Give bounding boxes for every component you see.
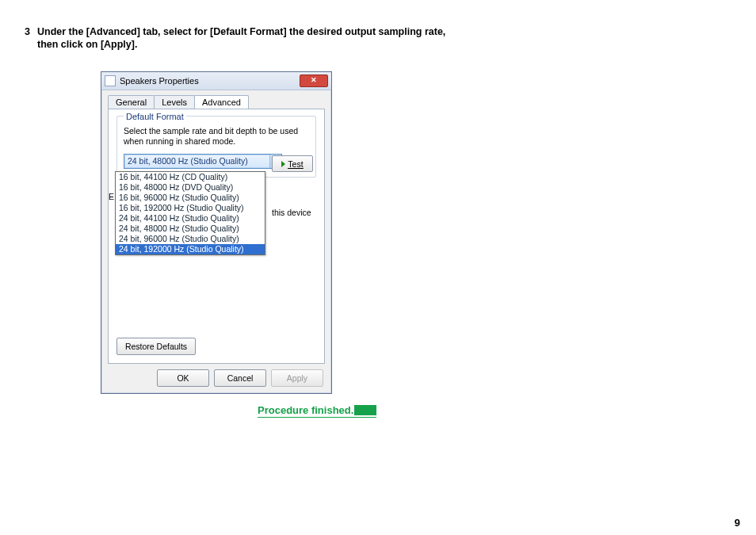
play-icon: [281, 161, 285, 167]
procedure-finished-label: Procedure finished.: [258, 404, 376, 418]
test-label: Test: [288, 159, 303, 169]
format-option[interactable]: 16 bit, 44100 Hz (CD Quality): [116, 172, 265, 182]
format-option-selected[interactable]: 24 bit, 192000 Hz (Studio Quality): [116, 244, 265, 254]
errata-marker: E: [109, 192, 114, 201]
restore-defaults-button[interactable]: Restore Defaults: [116, 338, 196, 355]
apply-button[interactable]: Apply: [271, 369, 323, 387]
format-option[interactable]: 24 bit, 48000 Hz (Studio Quality): [116, 224, 265, 234]
tab-levels[interactable]: Levels: [154, 95, 195, 109]
restore-defaults-label: Restore Defaults: [125, 342, 187, 351]
speakers-properties-dialog: Speakers Properties ✕ General Levels Adv…: [101, 71, 332, 394]
ok-button[interactable]: OK: [157, 369, 209, 387]
titlebar: Speakers Properties ✕: [101, 72, 331, 90]
dialog-button-row: OK Cancel Apply: [157, 369, 323, 387]
finished-block-icon: [354, 405, 376, 415]
tab-general[interactable]: General: [108, 95, 155, 109]
window-title: Speakers Properties: [120, 76, 300, 86]
advanced-panel: Default Format Select the sample rate an…: [108, 109, 325, 364]
cancel-button[interactable]: Cancel: [214, 369, 266, 387]
tab-advanced[interactable]: Advanced: [194, 95, 249, 109]
tabstrip: General Levels Advanced: [101, 90, 331, 109]
close-button[interactable]: ✕: [300, 75, 328, 87]
exclusive-mode-peek: this device: [272, 208, 311, 217]
test-button[interactable]: Test: [272, 155, 313, 172]
format-option[interactable]: 16 bit, 192000 Hz (Studio Quality): [116, 203, 265, 213]
format-option[interactable]: 24 bit, 44100 Hz (Studio Quality): [116, 213, 265, 224]
format-option[interactable]: 24 bit, 96000 Hz (Studio Quality): [116, 234, 265, 244]
group-description: Select the sample rate and bit depth to …: [124, 126, 309, 146]
step-number: 3: [25, 26, 30, 37]
format-dropdown-list[interactable]: 16 bit, 44100 Hz (CD Quality) 16 bit, 48…: [115, 171, 265, 255]
page-number: 9: [735, 517, 740, 529]
default-format-combo[interactable]: 24 bit, 48000 Hz (Studio Quality) ▼: [124, 154, 282, 169]
group-legend: Default Format: [124, 112, 186, 121]
combo-value: 24 bit, 48000 Hz (Studio Quality): [128, 156, 248, 166]
step-instruction: Under the [Advanced] tab, select for [De…: [37, 26, 449, 51]
app-icon: [105, 75, 116, 86]
format-option[interactable]: 16 bit, 96000 Hz (Studio Quality): [116, 193, 265, 203]
format-option[interactable]: 16 bit, 48000 Hz (DVD Quality): [116, 182, 265, 193]
